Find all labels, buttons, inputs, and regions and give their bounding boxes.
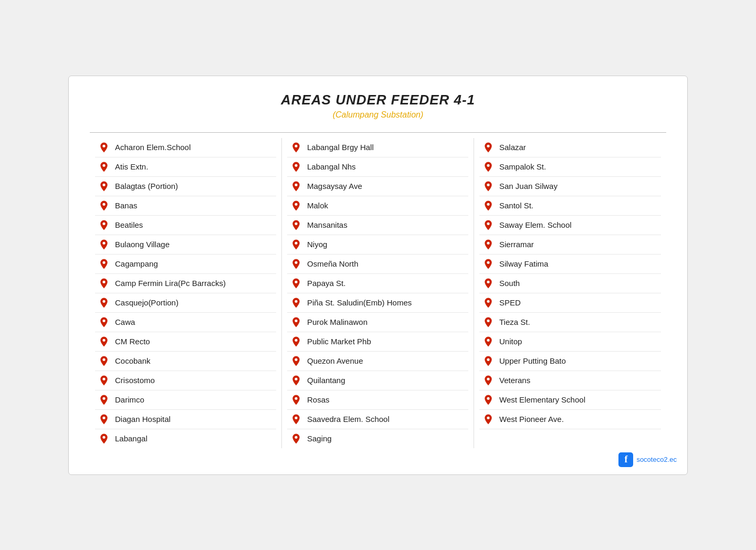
list-item: Cawa [95,313,276,332]
svg-point-28 [295,377,297,380]
area-name: SPED [499,298,521,307]
location-pin-icon [98,336,110,347]
list-item: Cagampang [95,255,276,274]
page-title: AREAS UNDER FEEDER 4-1 [90,92,666,108]
list-item: Quilantang [287,371,468,390]
location-pin-icon [98,316,110,328]
svg-point-41 [487,319,489,322]
location-pin-icon [290,142,302,153]
location-pin-icon [482,181,494,192]
location-pin-icon [482,200,494,211]
list-item: CM Recto [95,332,276,352]
area-name: Cawa [115,318,135,326]
svg-point-33 [487,164,489,166]
area-name: Saging [307,434,332,443]
area-name: Salazar [499,143,526,152]
location-pin-icon [482,219,494,231]
area-name: West Pioneer Ave. [499,415,564,424]
list-item: South [479,274,661,293]
svg-point-27 [295,358,297,361]
location-pin-icon [482,239,494,250]
svg-point-44 [487,377,489,380]
footer-text: socoteco2.ec [636,456,677,463]
list-item: Papaya St. [287,274,468,293]
list-item: Saging [287,429,468,448]
svg-point-38 [487,261,489,263]
location-pin-icon [482,142,494,153]
location-pin-icon [98,219,110,231]
svg-point-11 [102,358,105,361]
area-name: Niyog [307,240,327,249]
location-pin-icon [482,414,494,425]
location-pin-icon [98,414,110,425]
area-name: CM Recto [115,337,150,346]
area-name: Labangal Brgy Hall [307,143,374,152]
list-item: Salazar [479,138,661,157]
area-name: Unitop [499,337,522,346]
location-pin-icon [290,258,302,270]
area-name: San Juan Silway [499,182,558,191]
location-pin-icon [482,336,494,347]
list-item: Mansanitas [287,216,468,235]
svg-point-8 [102,300,105,302]
list-item: Osmeña North [287,255,468,274]
area-name: Public Market Phb [307,337,371,346]
list-item: SPED [479,293,661,313]
area-name: Veterans [499,376,530,385]
location-pin-icon [482,278,494,289]
area-name: Crisostomo [115,376,155,385]
svg-point-6 [102,261,105,263]
svg-point-37 [487,241,489,244]
location-pin-icon [98,297,110,309]
facebook-icon: f [618,452,633,467]
area-name: South [499,279,520,288]
list-item: Beatiles [95,216,276,235]
area-name: Diagan Hospital [115,415,171,424]
list-item: Acharon Elem.School [95,138,276,157]
list-item: Upper Putting Bato [479,352,661,371]
area-name: Balagtas (Portion) [115,182,178,191]
location-pin-icon [290,278,302,289]
location-pin-icon [98,375,110,386]
svg-point-32 [487,144,489,147]
svg-point-13 [102,397,105,399]
svg-point-40 [487,300,489,302]
area-name: Cagampang [115,259,158,268]
area-name: Mansanitas [307,220,348,229]
list-item: Camp Fermin Lira(Pc Barracks) [95,274,276,293]
list-item: Piña St. Saludin(Emb) Homes [287,293,468,313]
svg-point-12 [102,377,105,380]
svg-point-18 [295,183,297,186]
location-pin-icon [482,375,494,386]
location-pin-icon [98,181,110,192]
area-name: Purok Malinawon [307,318,368,326]
svg-point-30 [295,416,297,419]
svg-point-46 [487,416,489,419]
location-pin-icon [482,355,494,367]
svg-point-15 [102,436,105,438]
svg-point-7 [102,280,105,283]
area-name: Santol St. [499,201,533,210]
area-name: Rosas [307,395,330,404]
location-pin-icon [290,336,302,347]
location-pin-icon [98,355,110,367]
list-item: Unitop [479,332,661,352]
location-pin-icon [290,394,302,406]
area-name: Silway Fatima [499,259,548,268]
location-pin-icon [290,219,302,231]
area-name: West Elementary School [499,395,585,404]
list-item: Niyog [287,235,468,255]
list-item: Saway Elem. School [479,216,661,235]
svg-point-1 [102,164,105,166]
area-name: Sierramar [499,240,534,249]
area-name: Cocobank [115,356,151,365]
list-item: Tieza St. [479,313,661,332]
location-pin-icon [98,161,110,173]
column-3: Salazar Sampalok St. San Juan Silway San… [474,138,666,448]
list-item: Sierramar [479,235,661,255]
area-name: Tieza St. [499,318,530,326]
area-name: Osmeña North [307,259,359,268]
svg-point-14 [102,416,105,419]
location-pin-icon [290,181,302,192]
location-pin-icon [98,239,110,250]
